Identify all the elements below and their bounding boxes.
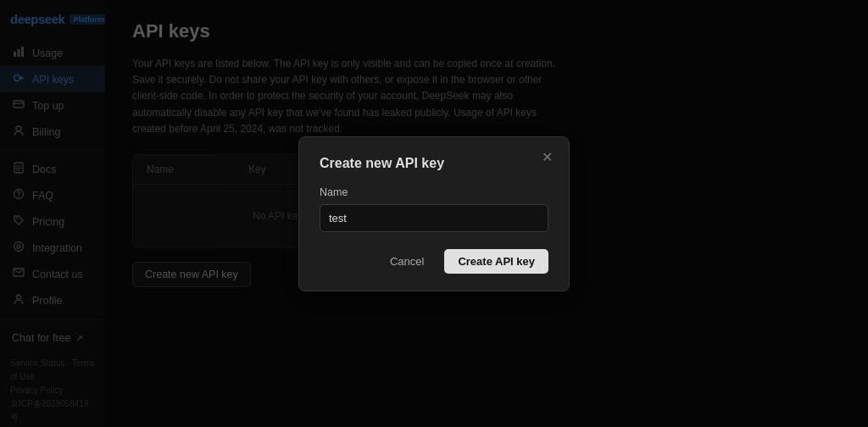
create-api-key-modal: Create new API key ✕ Name Cancel Create …	[298, 136, 570, 291]
create-api-key-confirm-button[interactable]: Create API key	[444, 249, 548, 274]
modal-actions: Cancel Create API key	[320, 249, 548, 274]
modal-close-button[interactable]: ✕	[537, 149, 557, 166]
name-field-input[interactable]	[320, 204, 548, 232]
modal-overlay[interactable]: Create new API key ✕ Name Cancel Create …	[0, 0, 868, 427]
modal-title: Create new API key	[320, 156, 548, 171]
cancel-button[interactable]: Cancel	[378, 249, 436, 274]
name-field-label: Name	[320, 186, 548, 198]
